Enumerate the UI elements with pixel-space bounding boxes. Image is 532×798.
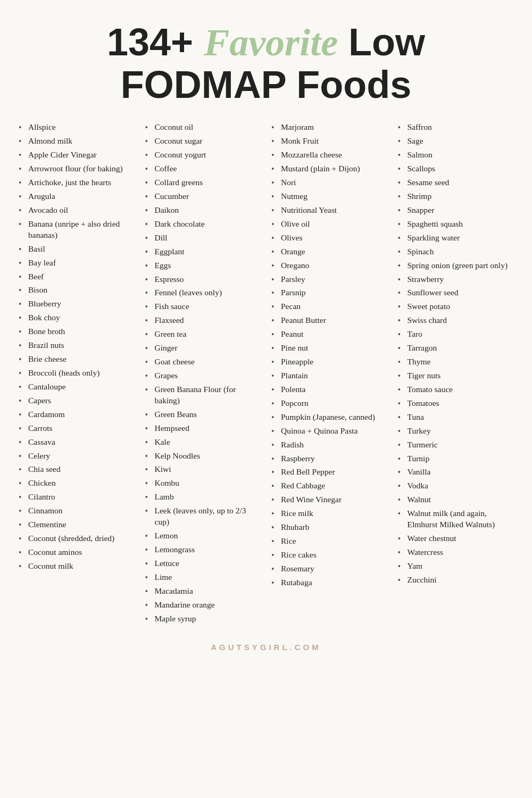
list-item: Scallops [398,163,514,174]
list-item: Cucumber [145,191,261,202]
column-4-list: SaffronSageSalmonScallopsSesame seedShri… [398,122,514,585]
list-item: Arrowroot flour (for baking) [19,163,135,174]
list-item: Tomato sauce [398,384,514,395]
list-item: Bok choy [19,312,135,323]
list-item: Beef [19,271,135,282]
list-item: Pumpkin (Japanese, canned) [271,412,387,423]
list-item: Turkey [398,426,514,437]
list-item: Clementine [19,519,135,530]
list-item: Capers [19,395,135,406]
list-item: Almond milk [19,136,135,147]
list-item: Shrimp [398,191,514,202]
list-item: Sunflower seed [398,287,514,298]
list-item: Coconut yogurt [145,149,261,161]
list-item: Tuna [398,412,514,423]
list-item: Kiwi [145,464,261,475]
list-item: Carrots [19,423,135,434]
list-item: Pineapple [271,356,387,368]
list-item: Pecan [271,301,387,312]
list-item: Marjoram [271,122,387,133]
column-4: SaffronSageSalmonScallopsSesame seedShri… [395,122,517,627]
list-item: Peanut [271,329,387,340]
list-item: Avocado oil [19,205,135,216]
list-item: Blueberry [19,298,135,310]
list-item: Mustard (plain + Dijon) [271,163,387,174]
list-item: Salmon [398,149,514,161]
list-item: Coconut sugar [145,136,261,147]
list-item: Eggplant [145,246,261,257]
title-number: 134+ [107,21,193,63]
page-title: 134+ Favorite Low FODMAP Foods [107,21,425,106]
list-item: Kale [145,437,261,448]
list-item: Coconut (shredded, dried) [19,533,135,544]
list-item: Maple syrup [145,613,261,625]
list-item: Cassava [19,437,135,448]
list-item: Walnut milk (and again, Elmhurst Milked … [398,508,514,530]
list-item: Ginger [145,343,261,354]
list-item: Monk Fruit [271,136,387,147]
list-item: Dark chocolate [145,219,261,230]
list-item: Watercress [398,547,514,558]
list-item: Vanilla [398,467,514,478]
list-item: Spring onion (green part only) [398,260,514,271]
list-item: Pine nut [271,343,387,354]
list-item: Sage [398,136,514,147]
list-item: Popcorn [271,398,387,409]
list-item: Apple Cider Vinegar [19,149,135,161]
list-item: Parsnip [271,287,387,298]
list-item: Arugula [19,191,135,202]
list-item: Flaxseed [145,315,261,326]
list-item: Lemon [145,530,261,542]
list-item: Allspice [19,122,135,133]
column-1-list: AllspiceAlmond milkApple Cider VinegarAr… [19,122,135,571]
list-item: Leek (leaves only, up to 2/3 cup) [145,505,261,528]
list-item: Daikon [145,205,261,216]
list-item: Macadamia [145,586,261,597]
list-item: Taro [398,329,514,340]
list-item: Bison [19,285,135,296]
list-item: Sweet potato [398,301,514,312]
list-item: Goat cheese [145,356,261,368]
list-item: Yam [398,561,514,572]
list-item: Plantain [271,370,387,381]
list-item: Kombu [145,478,261,489]
list-item: Cilantro [19,492,135,503]
column-2: Coconut oilCoconut sugarCoconut yogurtCo… [143,122,264,627]
list-item: Basil [19,244,135,255]
title-low: Low [348,21,425,63]
list-item: Tomatoes [398,398,514,409]
list-item: Sparkling water [398,232,514,244]
list-item: Thyme [398,356,514,368]
list-item: Kelp Noodles [145,451,261,462]
column-3-list: MarjoramMonk FruitMozzarella cheeseMusta… [271,122,387,588]
list-item: Raspberry [271,453,387,464]
list-item: Cardamom [19,409,135,420]
list-item: Coconut milk [19,561,135,572]
list-item: Eggs [145,260,261,271]
list-item: Green tea [145,329,261,340]
list-item: Coffee [145,163,261,174]
title-highlight: Favorite [204,21,338,64]
list-item: Brazil nuts [19,340,135,351]
list-item: Lettuce [145,558,261,569]
list-item: Brie cheese [19,354,135,365]
list-item: Tiger nuts [398,370,514,381]
list-item: Nutmeg [271,191,387,202]
list-item: Fennel (leaves only) [145,287,261,298]
list-item: Olive oil [271,219,387,230]
food-list-grid: AllspiceAlmond milkApple Cider VinegarAr… [16,122,516,627]
list-item: Turmeric [398,439,514,451]
list-item: Nutritional Yeast [271,205,387,216]
list-item: Cinnamon [19,505,135,517]
list-item: Rutabaga [271,577,387,588]
list-item: Bone broth [19,326,135,337]
list-item: Coconut oil [145,122,261,133]
list-item: Rice cakes [271,550,387,561]
list-item: Parsley [271,274,387,285]
list-item: Chia seed [19,464,135,475]
list-item: Tarragon [398,343,514,354]
list-item: Orange [271,246,387,257]
page-header: 134+ Favorite Low FODMAP Foods [107,21,425,106]
list-item: Dill [145,232,261,244]
list-item: Sesame seed [398,177,514,188]
